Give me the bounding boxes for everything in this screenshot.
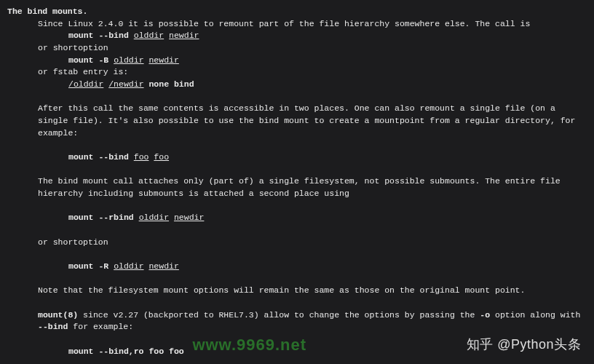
opt: -o: [480, 310, 490, 320]
cmd-line: mount -B olddir newdir: [7, 55, 587, 67]
cmd: mount -R: [68, 261, 108, 271]
arg: /olddir: [68, 79, 103, 89]
watermark-zhihu: 知乎 @Python头条: [467, 335, 581, 354]
blank-line: [7, 164, 587, 176]
text-line: or shortoption: [7, 42, 587, 55]
section-title: The bind mounts.: [7, 6, 587, 18]
arg: newdir: [169, 31, 199, 40]
text-line: Since Linux 2.4.0 it is possible to remo…: [7, 18, 587, 31]
text-line: After this call the same contents is acc…: [7, 103, 587, 139]
fstab-line: /olddir /newdir none bind: [7, 79, 587, 91]
arg: olddir: [139, 213, 169, 222]
manpage-section: The bind mounts. Since Linux 2.4.0 it is…: [7, 6, 587, 364]
text-line: The bind mount call attaches only (part …: [7, 175, 587, 199]
text-line: mount(8) since v2.27 (backported to RHEL…: [7, 309, 587, 333]
cmd-line: mount --bind olddir newdir: [7, 30, 587, 42]
opt: --bind: [38, 322, 68, 331]
cmd: none bind: [148, 79, 194, 89]
blank-line: [7, 297, 587, 309]
blank-line: [7, 224, 587, 237]
blank-line: [7, 200, 587, 213]
cmd: mount --bind: [68, 152, 129, 162]
arg: foo: [134, 152, 149, 162]
cmd-line: mount -R olddir newdir: [7, 261, 587, 273]
cmd: mount -B: [68, 55, 108, 65]
text-line: or fstab entry is:: [7, 66, 587, 79]
arg: olddir: [134, 31, 164, 40]
man-ref: mount(8): [38, 310, 78, 320]
watermark-url: www.9969.net: [192, 333, 306, 357]
text: since v2.27 (backported to RHEL7.3) allo…: [78, 310, 480, 320]
blank-line: [7, 248, 587, 261]
blank-line: [7, 357, 587, 364]
text-line: Note that the filesystem mount options w…: [7, 285, 587, 297]
cmd: mount --bind: [68, 31, 129, 40]
arg: newdir: [148, 55, 178, 65]
cmd: mount --rbind: [68, 213, 134, 222]
text: option along with: [490, 310, 580, 320]
arg: foo: [154, 152, 169, 162]
arg: /newdir: [108, 79, 143, 89]
cmd-line: mount --rbind olddir newdir: [7, 212, 587, 224]
arg: olddir: [114, 261, 143, 271]
arg: olddir: [114, 55, 143, 65]
blank-line: [7, 139, 587, 151]
text: for example:: [68, 322, 133, 331]
blank-line: [7, 91, 587, 103]
blank-line: [7, 273, 587, 285]
arg: newdir: [174, 213, 204, 222]
arg: newdir: [148, 261, 178, 271]
text-line: or shortoption: [7, 237, 587, 249]
cmd-line: mount --bind foo foo: [7, 151, 587, 164]
